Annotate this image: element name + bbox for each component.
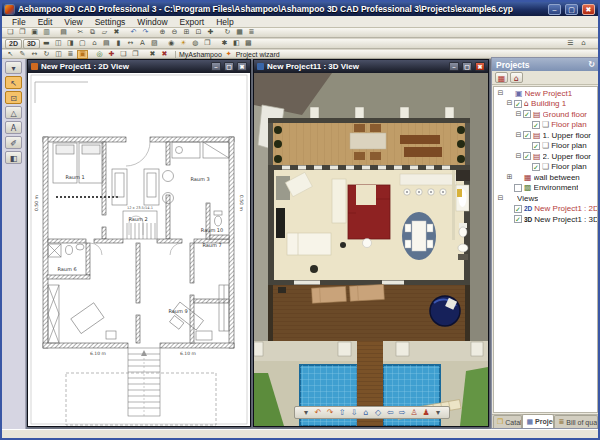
menu-item[interactable]: View <box>58 17 88 27</box>
project-tree-item[interactable]: ⊟ ▣ New Project1 <box>494 88 597 99</box>
delete-object-icon[interactable]: ✖ <box>147 50 158 59</box>
polyline-tool-icon[interactable]: △ <box>5 106 22 119</box>
cancel-icon[interactable]: ✖ <box>159 50 170 59</box>
tab-bill-of-quantities[interactable]: ≣ Bill of quantit... <box>554 415 598 428</box>
active-layer-icon[interactable]: ▣ <box>77 50 88 59</box>
view-options-icon[interactable]: ◧ <box>231 39 242 48</box>
move-right-icon[interactable]: ⇨ <box>397 408 408 418</box>
zoom-window-icon[interactable]: ⊞ <box>181 28 192 37</box>
person-view-down-icon[interactable]: ♟ <box>421 408 432 418</box>
select-tool-icon[interactable]: ↖ <box>5 76 22 89</box>
project-tree-item[interactable]: ⊟ ✓ ▤ 2. Upper floor <box>494 151 597 162</box>
catalog-icon[interactable]: ❒ <box>202 39 213 48</box>
open-icon[interactable]: ❐ <box>17 28 28 37</box>
panel-options-icon[interactable]: ↻ <box>588 60 595 69</box>
copy-icon[interactable]: ⧉ <box>87 28 98 37</box>
panel-building-button[interactable]: ⌂ <box>510 72 523 83</box>
text-tool-icon[interactable]: A <box>137 39 148 48</box>
tree-checkbox[interactable]: ✓ <box>523 131 531 139</box>
stairs-tool-icon[interactable]: ▤ <box>101 39 112 48</box>
tree-checkbox[interactable]: ✓ <box>532 121 540 129</box>
project-tree[interactable]: ⊟ ▣ New Project1 ⊟ ✓ ⌂ Building 1 ⊟ ✓ ▤ <box>493 86 598 413</box>
tree-expander-icon[interactable]: ⊟ <box>515 132 522 139</box>
tree-expander-icon[interactable]: ⊞ <box>506 174 513 181</box>
project-tree-item[interactable]: ▩ Environment <box>494 183 597 194</box>
rotate-icon[interactable]: ↻ <box>41 50 52 59</box>
menu-item[interactable]: Settings <box>89 17 132 27</box>
myashampoo-button[interactable]: MyAshampoo <box>175 51 225 58</box>
tree-checkbox[interactable]: ✓ <box>514 215 522 223</box>
project-tree-item[interactable]: ✓ ❏ Floor plan <box>494 120 597 131</box>
project-tree-item[interactable]: ⊟ ✓ ⌂ Building 1 <box>494 99 597 110</box>
tree-expander-icon[interactable]: ⊟ <box>506 100 513 107</box>
text-tool-icon[interactable]: A <box>5 121 22 134</box>
tree-expander-icon[interactable]: ⊟ <box>515 153 522 160</box>
project-tree-item[interactable]: ✓ ❏ Floor plan <box>494 141 597 152</box>
sun-light-icon[interactable]: ☀ <box>178 39 189 48</box>
ungroup-icon[interactable]: ❐ <box>130 50 141 59</box>
camera-icon[interactable]: ◉ <box>166 39 177 48</box>
tree-checkbox[interactable]: ✓ <box>532 163 540 171</box>
roof-tool-icon[interactable]: ⌂ <box>89 39 100 48</box>
hatch-tool-icon[interactable]: ▨ <box>149 39 160 48</box>
window-tool-icon[interactable]: ◫ <box>53 39 64 48</box>
column-tool-icon[interactable]: ▮ <box>113 39 124 48</box>
project-tree-item[interactable]: ⊟ ✓ ▤ Ground floor <box>494 109 597 120</box>
tree-expander-icon[interactable]: ⊟ <box>497 90 504 97</box>
dimension-tool-icon[interactable]: ✐ <box>5 136 22 149</box>
paste-icon[interactable]: ▱ <box>99 28 110 37</box>
3d-render-canvas[interactable] <box>254 73 488 426</box>
panel-new-button[interactable]: ▦ <box>495 72 508 83</box>
project-wizard-button[interactable]: Project wizard <box>233 51 283 58</box>
project-tree-item[interactable]: ⊟ Views <box>494 193 597 204</box>
project-tree-item[interactable]: ✓ 2D New Project1 : 2D View <box>494 204 597 215</box>
project-tree-item[interactable]: ⊞ ▦ wall between <box>494 172 597 183</box>
snap-icon[interactable]: ◎ <box>94 50 105 59</box>
tree-expander-icon[interactable]: ⊟ <box>515 111 522 118</box>
edit-points-icon[interactable]: ✎ <box>17 50 28 59</box>
select-mode-icon[interactable]: ↖ <box>5 50 16 59</box>
rotate-left-icon[interactable]: ↶ <box>313 408 324 418</box>
delete-icon[interactable]: ✖ <box>111 28 122 37</box>
menu-item[interactable]: Export <box>174 17 211 27</box>
menu-item[interactable]: Edit <box>32 17 59 27</box>
tree-checkbox[interactable]: ✓ <box>523 110 531 118</box>
tree-expander-icon[interactable]: ⊟ <box>497 195 504 202</box>
move-left-icon[interactable]: ⇦ <box>385 408 396 418</box>
fill-tool-icon[interactable]: ◧ <box>5 151 22 164</box>
tree-checkbox[interactable]: ✓ <box>514 100 522 108</box>
save-icon[interactable]: ▣ <box>29 28 40 37</box>
menu-item[interactable]: Help <box>210 17 239 27</box>
3d-window-titlebar[interactable]: New Project11 : 3D View – ▢ ✖ <box>254 60 488 73</box>
center-view-icon[interactable]: ◇ <box>373 408 384 418</box>
nav-dropdown-left-icon[interactable]: ▾ <box>301 408 312 418</box>
3d-close-button[interactable]: ✖ <box>475 62 485 71</box>
walk-mode-icon[interactable]: ⌂ <box>361 408 372 418</box>
minimize-button[interactable]: – <box>548 4 561 15</box>
nav-dropdown-right-icon[interactable]: ▾ <box>433 408 444 418</box>
settings-icon[interactable]: ✱ <box>219 39 230 48</box>
project-tree-item[interactable]: ⊟ ✓ ▤ 1. Upper floor <box>494 130 597 141</box>
save-all-icon[interactable]: ▥ <box>41 28 52 37</box>
zoom-out-icon[interactable]: ⊖ <box>169 28 180 37</box>
menu-item[interactable]: Window <box>131 17 173 27</box>
2d-view-window[interactable]: New Project1 : 2D View – ▢ ✖ <box>27 59 251 427</box>
tree-checkbox[interactable]: ✓ <box>514 205 522 213</box>
measure-icon[interactable]: ↔ <box>29 50 40 59</box>
cut-icon[interactable]: ✂ <box>75 28 86 37</box>
tree-checkbox[interactable]: ✓ <box>532 142 540 150</box>
align-icon[interactable]: ≣ <box>65 50 76 59</box>
mirror-icon[interactable]: ◫ <box>53 50 64 59</box>
title-bar[interactable]: Ashampoo 3D CAD Professional 3 - C:\Prog… <box>2 2 598 16</box>
door-tool-icon[interactable]: ◨ <box>65 39 76 48</box>
3d-view-window[interactable]: New Project11 : 3D View – ▢ ✖ <box>253 59 489 427</box>
move-up-icon[interactable]: ⇧ <box>337 408 348 418</box>
tool-dropdown-icon[interactable]: ▾ <box>5 61 22 74</box>
zoom-region-tool-icon[interactable]: ⊡ <box>5 91 22 104</box>
group-icon[interactable]: ❏ <box>118 50 129 59</box>
guide-icon[interactable]: ✚ <box>106 50 117 59</box>
project-tree-item[interactable]: ✓ 3D New Project1 : 3D View <box>494 214 597 225</box>
2d-view-button[interactable]: 2D <box>5 39 22 49</box>
tree-checkbox[interactable] <box>514 184 522 192</box>
layers-icon[interactable]: ≣ <box>246 28 257 37</box>
